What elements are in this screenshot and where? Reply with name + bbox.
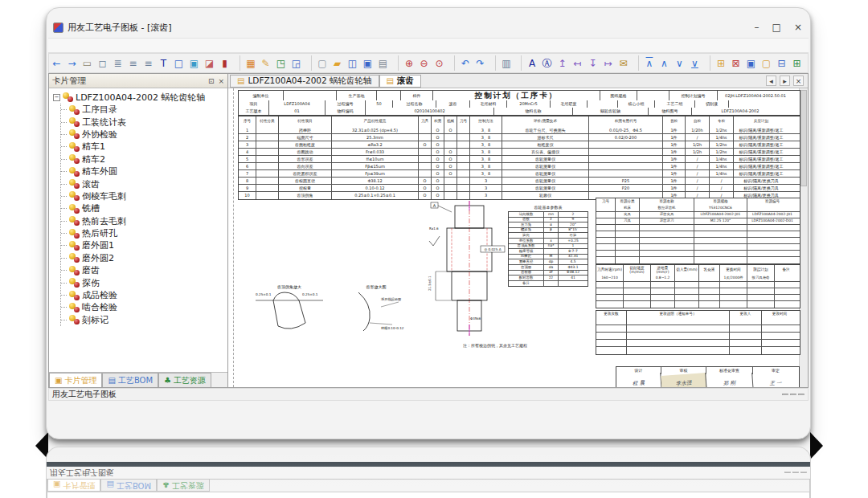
insert-page-icon[interactable]: ▣ — [743, 55, 759, 71]
redo-icon[interactable]: ↷ — [473, 55, 488, 71]
process-card-sheet[interactable]: 编制单位生产基地样件控制计划（工序卡）图纸规格控制计划编号02JH.LDFZ10… — [238, 90, 802, 387]
edit-icon[interactable]: ✎ — [258, 55, 273, 71]
right-wedge-decoration — [810, 432, 823, 459]
pan-icon[interactable]: ▭ — [80, 55, 95, 71]
font-circle-icon[interactable]: Ⓐ — [539, 55, 555, 71]
cell: 1件 — [663, 178, 686, 184]
card-browse-icon[interactable]: ▥ — [495, 55, 514, 71]
tree-item[interactable]: 精车1 — [61, 141, 227, 153]
fill-icon[interactable]: ▮ — [217, 55, 232, 71]
menu-item[interactable] — [48, 45, 59, 47]
eraser-icon[interactable]: ◪ — [202, 55, 217, 71]
tree-item[interactable]: 磨外圆2 — [61, 252, 227, 264]
tab-scroll-right-icon[interactable]: ▸ — [780, 76, 790, 86]
menu-item[interactable] — [71, 45, 82, 47]
move-up-icon[interactable]: ∧ — [657, 55, 672, 71]
move-last-icon[interactable]: ∨ — [687, 55, 702, 71]
add-card-icon[interactable]: ⊞ — [710, 55, 728, 71]
gear-parameter-table: 法向模数mn2齿数z9压力角α20°螺旋角β8°15′旋向右旋变位系数x+0.2… — [508, 211, 588, 287]
text-icon[interactable]: T — [156, 55, 171, 71]
cell — [256, 163, 279, 169]
comment-icon[interactable]: ✉ — [616, 55, 631, 71]
text-align-left-icon[interactable]: ↤ — [570, 55, 585, 71]
panel-tab[interactable]: ♣ 工艺资源 — [158, 373, 211, 387]
tree-item[interactable]: 铣槽 — [61, 202, 227, 214]
tree-item[interactable]: 精车外圆 — [61, 165, 227, 178]
tree-item[interactable]: 探伤 — [61, 276, 227, 288]
import-image-icon[interactable]: ◳ — [273, 55, 289, 71]
process-card-icon — [69, 105, 80, 115]
minimize-button[interactable]: – — [755, 22, 760, 33]
tree-item[interactable]: 工序目录 — [61, 104, 227, 116]
tree-item[interactable]: 热前去毛刺 — [61, 215, 227, 227]
cell: 3、8 — [470, 163, 502, 169]
open-file-icon[interactable]: ▰ — [330, 55, 345, 71]
undo-icon[interactable]: ↶ — [454, 55, 473, 71]
menu-item[interactable] — [116, 45, 127, 47]
export-image-icon[interactable]: ◲ — [289, 55, 304, 71]
document-tab[interactable]: ▤ LDFZ100A04-2002 蜗轮齿轮轴 — [230, 75, 379, 88]
print-icon[interactable]: ▤ — [375, 55, 391, 71]
delete-row-icon[interactable]: ⊟ — [805, 55, 809, 71]
tree-item[interactable]: 工装统计表 — [61, 116, 227, 128]
tree-root[interactable]: − LDFZ100A04-2002 蜗轮齿轮轴 — [53, 91, 227, 104]
align-bottom-icon[interactable]: ≡ — [141, 55, 156, 71]
text-align-right-icon[interactable]: ↦ — [600, 55, 616, 71]
back-icon[interactable]: ← — [49, 55, 64, 71]
pin-icon[interactable]: ⊡ — [208, 77, 215, 85]
save-icon[interactable]: ◫ — [345, 55, 360, 71]
panel-close-icon[interactable]: × — [218, 77, 224, 85]
document-tab[interactable]: ▤ 滚齿 — [379, 75, 421, 88]
menu-item[interactable] — [104, 45, 116, 47]
insert-row-icon[interactable]: ⊟ — [774, 55, 789, 71]
tree-item[interactable]: 精车2 — [61, 153, 227, 165]
tree-item[interactable]: 磨齿 — [61, 264, 227, 276]
tree-item[interactable]: 倒棱车毛刺 — [61, 190, 227, 202]
zoom-out-icon[interactable]: ⊖ — [416, 55, 432, 71]
new-file-icon[interactable]: ▢ — [311, 55, 330, 71]
tree-item[interactable]: 外协检验 — [61, 129, 227, 141]
panel-tab[interactable]: ▤ 工艺BOM — [102, 373, 158, 387]
text-align-top-icon[interactable]: ↥ — [555, 55, 570, 71]
cell: 李永强 — [661, 373, 706, 387]
menu-item[interactable] — [127, 45, 138, 47]
forward-icon[interactable]: → — [64, 55, 80, 71]
menu-item[interactable] — [59, 45, 71, 47]
cell: 32.31 — [559, 255, 588, 259]
align-top-icon[interactable]: ≣ — [110, 55, 125, 71]
panel-tab[interactable]: ▣ 卡片管理 — [49, 373, 102, 387]
drawing-canvas[interactable]: 编制单位生产基地样件控制计划（工序卡）图纸规格控制计划编号02JH.LDFZ10… — [228, 88, 808, 387]
move-first-icon[interactable]: ∧ — [638, 55, 657, 71]
tree-item[interactable]: 啮合检验 — [61, 301, 227, 313]
align-middle-icon[interactable]: ≡ — [125, 55, 141, 71]
tree-item[interactable]: 滚齿 — [61, 178, 227, 190]
tree-item[interactable]: 热后研孔 — [61, 227, 227, 239]
cell — [627, 325, 730, 332]
tree-item[interactable]: 磨外圆1 — [61, 239, 227, 251]
move-down-icon[interactable]: ∨ — [672, 55, 687, 71]
menu-item[interactable] — [93, 45, 104, 47]
menu-item[interactable] — [82, 45, 93, 47]
table-icon[interactable]: ▦ — [240, 55, 258, 71]
zoom-in-icon[interactable]: ⊕ — [398, 55, 416, 71]
tree-item[interactable]: 刻标记 — [61, 314, 227, 326]
delete-page-icon[interactable]: ▢ — [759, 55, 774, 71]
image-icon[interactable]: ▣ — [186, 55, 202, 71]
document-area: ▤ LDFZ100A04-2002 蜗轮齿轮轴 ▤ 滚齿 ◂ ▸ × — [228, 73, 809, 388]
zoom-extents-icon[interactable]: ⊙ — [432, 55, 447, 71]
save-all-icon[interactable]: ▣ — [360, 55, 375, 71]
text-align-bottom-icon[interactable]: ↧ — [585, 55, 600, 71]
delete-card-icon[interactable]: ⊠ — [728, 55, 743, 71]
collapse-icon[interactable]: − — [53, 94, 60, 101]
close-button[interactable]: × — [794, 22, 802, 33]
cell-icon[interactable]: □ — [171, 55, 186, 71]
tab-scroll-left-icon[interactable]: ◂ — [766, 76, 776, 86]
tree-item[interactable]: 成品检验 — [61, 289, 227, 301]
zoom-window-icon[interactable]: ◻ — [95, 55, 110, 71]
reflection-panel-tab: ▤工艺BOM — [100, 480, 157, 492]
append-row-icon[interactable]: ⊞ — [789, 55, 805, 71]
font-icon[interactable]: A — [521, 55, 539, 71]
process-card-icon — [63, 92, 73, 102]
tab-close-icon[interactable]: × — [793, 76, 804, 86]
maximize-button[interactable]: □ — [772, 22, 781, 33]
